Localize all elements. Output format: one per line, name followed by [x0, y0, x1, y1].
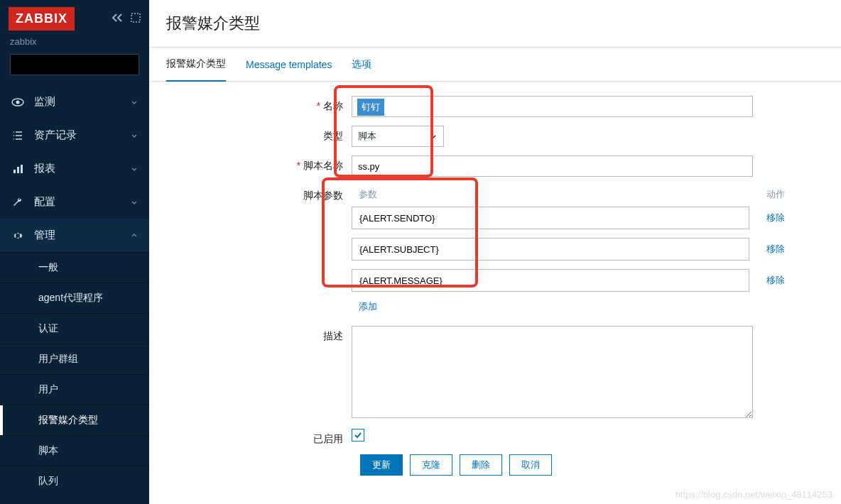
nav-label: 配置 — [34, 195, 131, 209]
fullscreen-icon[interactable] — [131, 13, 141, 25]
param-remove-2[interactable]: 移除 — [749, 274, 785, 287]
params-label: 脚本参数 — [178, 185, 352, 202]
tab-media[interactable]: 报警媒介类型 — [166, 48, 226, 82]
sub-auth[interactable]: 认证 — [0, 313, 149, 344]
sub-general[interactable]: 一般 — [0, 252, 149, 283]
type-value: 脚本 — [358, 130, 376, 143]
main-content: 报警媒介类型 报警媒介类型 Message templates 选项 名称 钉钉… — [149, 0, 841, 504]
sub-queue[interactable]: 队列 — [0, 466, 149, 496]
search-box[interactable] — [10, 54, 139, 75]
chevron-down-icon — [131, 96, 138, 108]
svg-rect-4 — [13, 170, 16, 173]
watermark: https://blog.csdn.net/weixin_48114253 — [675, 489, 832, 500]
logo-row: ZABBIX — [0, 0, 149, 35]
form: 名称 钉钉 类型 脚本 脚本名称 — [149, 82, 841, 490]
server-name: zabbix — [0, 35, 149, 54]
svg-rect-0 — [131, 13, 140, 22]
sub-usergroups[interactable]: 用户群组 — [0, 344, 149, 374]
clone-button[interactable]: 克隆 — [410, 454, 452, 476]
eye-icon — [11, 96, 27, 109]
cancel-button[interactable]: 取消 — [509, 454, 552, 476]
params-head: 参数 动作 — [352, 185, 785, 207]
nav-reports[interactable]: 报表 — [0, 152, 149, 185]
logo[interactable]: ZABBIX — [9, 7, 75, 31]
chevron-down-icon — [429, 132, 438, 141]
type-select[interactable]: 脚本 — [352, 126, 444, 147]
nav-admin[interactable]: 管理 — [0, 219, 149, 252]
nav-config[interactable]: 配置 — [0, 185, 149, 219]
enabled-checkbox[interactable] — [352, 429, 364, 442]
nav-inventory[interactable]: 资产记录 — [0, 119, 149, 152]
param-row: 移除 — [352, 207, 785, 229]
nav-monitoring[interactable]: 监测 — [0, 85, 149, 119]
chevron-up-icon — [131, 229, 138, 241]
param-add[interactable]: 添加 — [352, 301, 377, 312]
param-row: 移除 — [352, 269, 785, 292]
name-input[interactable] — [352, 96, 753, 117]
type-label: 类型 — [178, 126, 352, 143]
script-label: 脚本名称 — [178, 155, 352, 172]
delete-button[interactable]: 删除 — [460, 454, 502, 476]
chevron-down-icon — [131, 163, 138, 175]
tabs: 报警媒介类型 Message templates 选项 — [149, 48, 841, 82]
check-icon — [354, 431, 362, 439]
param-input-1[interactable] — [352, 238, 749, 261]
page-title: 报警媒介类型 — [149, 0, 841, 48]
search-input[interactable] — [16, 60, 136, 70]
wrench-icon — [11, 196, 27, 209]
chart-icon — [11, 163, 27, 175]
desc-label: 描述 — [178, 326, 352, 343]
nav-label: 资产记录 — [34, 128, 131, 142]
chevron-down-icon — [131, 129, 138, 141]
sub-agent[interactable]: agent代理程序 — [0, 283, 149, 313]
gear-icon — [11, 229, 27, 242]
nav-label: 管理 — [34, 229, 131, 242]
tab-options[interactable]: 选项 — [352, 48, 371, 81]
svg-rect-5 — [17, 167, 19, 173]
sub-scripts[interactable]: 脚本 — [0, 435, 149, 466]
script-input[interactable] — [352, 155, 753, 177]
sub-users[interactable]: 用户 — [0, 374, 149, 405]
nav-label: 监测 — [34, 95, 131, 109]
param-input-0[interactable] — [352, 207, 749, 229]
tab-templates[interactable]: Message templates — [246, 49, 332, 80]
name-label: 名称 — [178, 96, 352, 113]
nav-label: 报表 — [34, 162, 131, 175]
chevron-down-icon — [131, 196, 138, 208]
update-button[interactable]: 更新 — [360, 454, 403, 476]
admin-subnav: 一般 agent代理程序 认证 用户群组 用户 报警媒介类型 脚本 队列 — [0, 252, 149, 496]
desc-textarea[interactable] — [352, 326, 753, 418]
param-row: 移除 — [352, 238, 785, 261]
sidebar: ZABBIX zabbix 监测 资产记录 — [0, 0, 149, 504]
form-buttons: 更新 克隆 删除 取消 — [360, 454, 813, 476]
enabled-label: 已启用 — [178, 429, 352, 446]
collapse-icon[interactable] — [111, 13, 124, 25]
param-remove-1[interactable]: 移除 — [749, 243, 785, 256]
param-remove-0[interactable]: 移除 — [749, 212, 785, 224]
svg-rect-6 — [21, 165, 23, 173]
param-input-2[interactable] — [352, 269, 749, 292]
sub-mediatypes[interactable]: 报警媒介类型 — [0, 405, 149, 435]
svg-point-3 — [16, 100, 20, 104]
list-icon — [11, 129, 27, 142]
